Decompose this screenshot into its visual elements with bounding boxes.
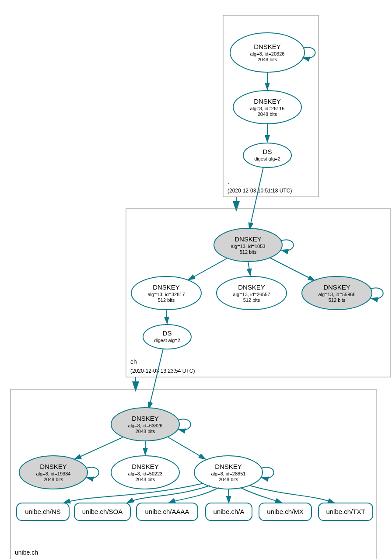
svg-text:DNSKEY: DNSKEY [40, 463, 67, 470]
zone-root-timestamp: (2020-12-03 10:51:18 UTC) [228, 188, 292, 194]
svg-text:DNSKEY: DNSKEY [132, 415, 159, 422]
svg-text:DNSKEY: DNSKEY [153, 283, 180, 291]
svg-text:DNSKEY: DNSKEY [234, 235, 262, 243]
svg-text:DNSKEY: DNSKEY [254, 43, 281, 50]
dnssec-graph: . (2020-12-03 10:51:18 UTC) DNSKEY alg=8… [4, 4, 392, 559]
rr-a: unibe.ch/A [214, 508, 245, 515]
svg-text:alg=8, id=28851: alg=8, id=28851 [211, 471, 246, 476]
svg-text:alg=13, id=32817: alg=13, id=32817 [147, 292, 185, 297]
rr-ns: unibe.ch/NS [25, 508, 61, 515]
svg-text:2048 bits: 2048 bits [136, 477, 155, 482]
svg-text:2048 bits: 2048 bits [136, 429, 155, 434]
svg-text:DS: DS [163, 329, 172, 337]
node-root-zsk: DNSKEY alg=8, id=26116 2048 bits [233, 91, 301, 124]
svg-text:alg=13, id=1053: alg=13, id=1053 [231, 244, 266, 249]
svg-text:alg=8, id=19384: alg=8, id=19384 [36, 471, 71, 476]
svg-text:alg=8, id=26116: alg=8, id=26116 [250, 106, 285, 111]
svg-text:DNSKEY: DNSKEY [254, 98, 281, 105]
svg-text:512 bits: 512 bits [158, 297, 175, 303]
svg-text:alg=8, id=20326: alg=8, id=20326 [250, 51, 285, 56]
node-unibe-zsk-28851: DNSKEY alg=8, id=28851 2048 bits [194, 456, 274, 489]
svg-text:alg=8, id=63826: alg=8, id=63826 [128, 423, 163, 428]
node-root-ds: DS digest alg=2 [243, 143, 291, 168]
node-ch-zsk-55966: DNSKEY alg=13, id=55966 512 bits [302, 276, 383, 310]
rr-nodes: unibe.ch/NS unibe.ch/SOA unibe.ch/AAAA u… [17, 503, 373, 521]
svg-text:2048 bits: 2048 bits [258, 57, 277, 62]
svg-text:2048 bits: 2048 bits [44, 477, 63, 482]
svg-point-10 [243, 143, 291, 168]
node-ch-ksk: DNSKEY alg=13, id=1053 512 bits [214, 228, 294, 262]
rr-mx: unibe.ch/MX [267, 508, 303, 515]
svg-text:digest alg=2: digest alg=2 [254, 156, 280, 161]
zone-unibe: unibe.ch (2020-12-03 13:24:04 UTC) DNSKE… [10, 389, 376, 559]
rr-soa: unibe.ch/SOA [82, 508, 123, 515]
svg-text:alg=13, id=55966: alg=13, id=55966 [318, 292, 355, 297]
node-unibe-ksk: DNSKEY alg=8, id=63826 2048 bits [111, 408, 191, 441]
zone-root-label: . [228, 178, 229, 185]
rr-txt: unibe.ch/TXT [326, 508, 365, 515]
svg-text:512 bits: 512 bits [329, 297, 346, 303]
node-ch-ds: DS digest alg=2 [143, 325, 191, 349]
node-ch-zsk-32817: DNSKEY alg=13, id=32817 512 bits [131, 276, 201, 310]
zone-unibe-label: unibe.ch [15, 549, 38, 556]
svg-text:2048 bits: 2048 bits [219, 477, 238, 482]
node-ch-zsk-26557: DNSKEY alg=13, id=26557 512 bits [217, 276, 287, 310]
rr-aaaa: unibe.ch/AAAA [145, 508, 189, 515]
svg-text:DNSKEY: DNSKEY [215, 463, 242, 470]
zone-ch-timestamp: (2020-12-03 13:23:54 UTC) [130, 368, 195, 374]
svg-text:DNSKEY: DNSKEY [238, 283, 265, 291]
svg-text:512 bits: 512 bits [240, 249, 257, 255]
zone-ch-label: ch [130, 358, 137, 365]
svg-text:512 bits: 512 bits [243, 297, 260, 303]
svg-text:DNSKEY: DNSKEY [323, 283, 350, 291]
svg-text:alg=13, id=26557: alg=13, id=26557 [233, 292, 270, 297]
zone-ch: ch (2020-12-03 13:23:54 UTC) DNSKEY alg=… [126, 209, 391, 377]
node-unibe-zsk-50223: DNSKEY alg=8, id=50223 2048 bits [111, 456, 179, 489]
svg-text:DS: DS [263, 148, 272, 155]
svg-text:alg=8, id=50223: alg=8, id=50223 [128, 471, 163, 476]
svg-point-30 [143, 325, 191, 349]
node-unibe-zsk-19384: DNSKEY alg=8, id=19384 2048 bits [19, 456, 99, 489]
svg-text:2048 bits: 2048 bits [258, 112, 277, 117]
zone-root: . (2020-12-03 10:51:18 UTC) DNSKEY alg=8… [223, 15, 318, 197]
svg-text:digest alg=2: digest alg=2 [154, 338, 180, 343]
svg-text:DNSKEY: DNSKEY [132, 463, 159, 470]
node-root-ksk: DNSKEY alg=8, id=20326 2048 bits [230, 33, 315, 72]
